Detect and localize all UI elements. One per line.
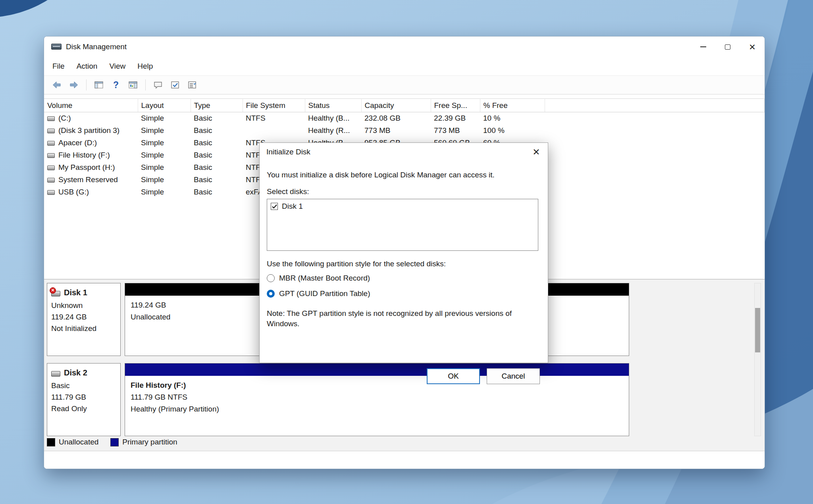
mbr-option[interactable]: MBR (Master Boot Record)	[267, 273, 541, 284]
col-type[interactable]: Type	[191, 99, 243, 112]
minimize-icon	[700, 46, 706, 47]
disk2-type: Basic	[51, 380, 116, 391]
disk2-name: Disk 2	[64, 367, 87, 379]
back-icon[interactable]	[50, 79, 63, 91]
col-pct-free[interactable]: % Free	[480, 99, 545, 112]
forward-icon[interactable]	[67, 79, 80, 91]
partition-legend: Unallocated Primary partition	[47, 438, 177, 446]
menu-view[interactable]: View	[103, 60, 131, 73]
volume-row-c[interactable]: (C:) Simple Basic NTFS Healthy (B... 232…	[44, 112, 765, 125]
col-file-system[interactable]: File System	[243, 99, 305, 112]
volume-icon	[47, 190, 55, 195]
volume-icon	[47, 178, 55, 183]
disk1-type: Unknown	[51, 300, 116, 311]
cancel-button[interactable]: Cancel	[487, 368, 540, 384]
disk2-status: Read Only	[51, 403, 116, 414]
volume-icon	[47, 129, 55, 133]
comment-icon[interactable]	[152, 79, 164, 91]
titlebar[interactable]: Disk Management ✕	[44, 37, 765, 57]
vertical-scrollbar[interactable]	[754, 283, 761, 436]
ok-button[interactable]: OK	[427, 368, 480, 384]
window-title: Disk Management	[66, 42, 127, 51]
col-status[interactable]: Status	[305, 99, 361, 112]
disk1-status: Not Initialized	[51, 323, 116, 334]
legend-primary-label: Primary partition	[122, 438, 177, 446]
dialog-message: You must initialize a disk before Logica…	[267, 171, 541, 179]
checklist-icon[interactable]	[169, 79, 181, 91]
minimize-button[interactable]	[691, 37, 715, 57]
show-action-pane-icon[interactable]	[127, 79, 139, 91]
disk1-list-item[interactable]: Disk 1	[271, 202, 534, 211]
close-icon: ✕	[749, 43, 756, 51]
legend-primary-swatch	[110, 438, 119, 446]
help-icon[interactable]: ?	[110, 79, 122, 91]
toolbar: ?	[44, 75, 765, 94]
legend-unallocated-label: Unallocated	[59, 438, 98, 446]
window-controls: ✕	[691, 37, 765, 57]
maximize-button[interactable]	[715, 37, 740, 57]
menu-action[interactable]: Action	[71, 60, 104, 73]
dialog-titlebar[interactable]: Initialize Disk ✕	[260, 143, 548, 161]
volume-icon	[47, 141, 55, 146]
legend-unallocated-swatch	[47, 438, 55, 446]
disk1-checkbox[interactable]	[271, 203, 278, 210]
disk2-label-panel[interactable]: Disk 2 Basic 111.79 GB Read Only	[47, 363, 121, 436]
dialog-title: Initialize Disk	[266, 148, 310, 156]
scrollbar-thumb[interactable]	[755, 308, 760, 352]
volume-table-header: Volume Layout Type File System Status Ca…	[44, 99, 765, 112]
disk-error-icon: ✕	[50, 287, 56, 294]
gpt-note: Note: The GPT partition style is not rec…	[267, 308, 532, 329]
menubar: File Action View Help	[44, 57, 765, 75]
mbr-radio-label: MBR (Master Boot Record)	[279, 274, 370, 283]
col-capacity[interactable]: Capacity	[361, 99, 431, 112]
volume-icon	[47, 153, 55, 158]
volume-icon	[47, 165, 55, 170]
toolbar-separator	[145, 79, 146, 90]
col-free-space[interactable]: Free Sp...	[431, 99, 480, 112]
disk1-name: Disk 1	[64, 287, 87, 298]
initialize-disk-dialog: Initialize Disk ✕ You must initialize a …	[259, 142, 548, 363]
close-button[interactable]: ✕	[740, 37, 765, 57]
disk-listbox[interactable]: Disk 1	[267, 199, 538, 251]
show-console-tree-icon[interactable]	[92, 79, 105, 91]
maximize-icon	[725, 44, 730, 50]
app-icon	[51, 43, 62, 51]
close-icon: ✕	[532, 147, 540, 158]
volume-icon	[47, 116, 55, 121]
col-volume[interactable]: Volume	[44, 99, 138, 112]
col-layout[interactable]: Layout	[138, 99, 191, 112]
window-bottom-strip	[44, 451, 765, 469]
partition-style-label: Use the following partition style for th…	[267, 260, 541, 268]
menu-file[interactable]: File	[46, 60, 71, 73]
partition-status: Healthy (Primary Partition)	[131, 403, 623, 415]
disk1-checkbox-label: Disk 1	[282, 202, 303, 211]
disk1-size: 119.24 GB	[51, 311, 116, 323]
col-filler	[545, 99, 765, 112]
gpt-radio-label: GPT (GUID Partition Table)	[279, 289, 370, 298]
dialog-close-button[interactable]: ✕	[525, 143, 548, 161]
checkmark-icon	[272, 204, 277, 209]
partition-size: 111.79 GB NTFS	[131, 391, 623, 403]
select-disks-label: Select disks:	[267, 187, 541, 196]
gpt-option[interactable]: GPT (GUID Partition Table)	[267, 288, 541, 299]
toolbar-separator	[86, 79, 87, 90]
menu-help[interactable]: Help	[131, 60, 159, 73]
volume-row-disk3-partition3[interactable]: (Disk 3 partition 3) Simple Basic Health…	[44, 125, 765, 137]
properties-icon[interactable]	[186, 79, 198, 91]
mbr-radio[interactable]	[267, 274, 275, 282]
disk-icon	[51, 371, 60, 377]
disk1-label-panel[interactable]: ✕ Disk 1 Unknown 119.24 GB Not Initializ…	[47, 283, 121, 356]
gpt-radio[interactable]	[267, 290, 275, 298]
disk2-size: 111.79 GB	[51, 391, 116, 403]
